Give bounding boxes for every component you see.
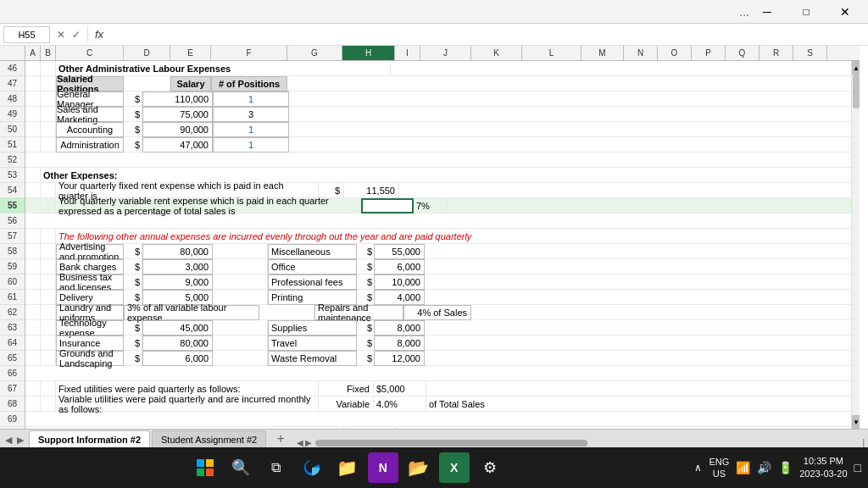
tray-arrow[interactable]: ∧ [694, 462, 702, 474]
files-icon[interactable]: 📂 [403, 452, 434, 483]
horizontal-scrollbar-thumb[interactable] [315, 440, 587, 446]
cell-f51[interactable]: 1 [213, 137, 289, 152]
col-header-p[interactable]: P [692, 46, 726, 60]
col-header-b[interactable]: B [41, 46, 56, 60]
cell-h55[interactable] [361, 198, 414, 214]
cell-f65[interactable]: 6,000 [142, 351, 213, 366]
cell-e47[interactable]: Salary [170, 76, 211, 92]
cell-d50[interactable]: $ [124, 122, 142, 137]
col-header-c[interactable]: C [56, 46, 124, 60]
grid-content[interactable]: Other Administrative Labour Expenses Sal… [25, 61, 851, 429]
tab-student-assignment[interactable]: Student Assignment #2 [152, 430, 266, 447]
cell-g68[interactable]: Variable [319, 396, 374, 412]
cell-c51[interactable]: Administration [56, 137, 124, 152]
col-header-g[interactable]: G [287, 46, 342, 60]
cell-reference-input[interactable] [3, 26, 50, 43]
cell-c49[interactable]: Sales and Marketing [56, 107, 124, 122]
cell-h63[interactable]: Supplies [268, 320, 357, 336]
cell-c58[interactable]: Advertising and promotion [56, 244, 124, 259]
cell-c68[interactable]: Variable utilities were paid quarterly a… [56, 396, 319, 412]
cell-h68[interactable]: 4.0% [374, 396, 426, 412]
cell-f58[interactable]: 80,000 [142, 244, 213, 259]
cell-h60[interactable]: Professional fees [268, 274, 357, 290]
cell-e50[interactable]: 90,000 [142, 122, 213, 137]
onenote-icon[interactable]: N [368, 452, 398, 483]
hscroll-right-btn[interactable]: ▶ [305, 438, 312, 447]
search-icon[interactable]: 🔍 [225, 452, 256, 483]
maximize-button[interactable]: □ [787, 0, 826, 24]
cell-f50[interactable]: 1 [213, 122, 289, 137]
settings-taskbar-icon[interactable]: ⚙ [475, 452, 505, 483]
cell-f59[interactable]: 3,000 [142, 259, 213, 274]
cell-f47[interactable]: # of Positions [211, 76, 287, 92]
close-button[interactable]: ✕ [826, 0, 865, 24]
excel-taskbar-icon[interactable]: X [439, 452, 470, 483]
col-header-e[interactable]: E [170, 46, 211, 60]
cell-e48[interactable]: 110,000 [142, 92, 213, 107]
windows-icon[interactable] [190, 452, 220, 483]
cell-d51[interactable]: $ [124, 137, 142, 152]
cell-h67[interactable]: $5,000 [374, 381, 426, 396]
tab-next-icon[interactable]: ▶ [15, 433, 25, 447]
cell-k63[interactable]: 8,000 [374, 320, 425, 336]
tab-prev-icon[interactable]: ◀ [3, 433, 14, 447]
cell-f60[interactable]: 9,000 [142, 274, 213, 290]
explorer-icon[interactable]: 📁 [332, 452, 363, 483]
cell-i55[interactable]: 7% [414, 198, 448, 214]
col-header-j[interactable]: J [420, 46, 471, 60]
cell-h62[interactable]: Repairs and maintenance [314, 305, 403, 320]
col-header-h[interactable]: H [342, 46, 395, 60]
cell-k60[interactable]: 10,000 [374, 274, 425, 290]
notifications-icon[interactable]: □ [854, 461, 861, 474]
cell-k64[interactable]: 8,000 [374, 336, 425, 351]
vertical-scrollbar[interactable]: ▲ ▼ [851, 61, 860, 429]
cell-k65[interactable]: 12,000 [374, 351, 425, 366]
cell-f64[interactable]: 80,000 [142, 336, 213, 351]
col-header-a[interactable]: A [25, 46, 41, 60]
col-header-m[interactable]: M [581, 46, 624, 60]
cell-f49[interactable]: 3 [213, 107, 289, 122]
minimize-button[interactable]: ─ [748, 0, 787, 24]
cell-j62[interactable]: 4% of Sales [403, 305, 471, 320]
tab-add-button[interactable]: + [271, 430, 290, 447]
cell-c57[interactable]: The following other annual expenses are … [56, 229, 851, 244]
cell-c50[interactable]: Accounting [56, 122, 124, 137]
hscroll-left-btn[interactable]: ◀ [297, 438, 303, 447]
tab-support-information[interactable]: Support Information #2 [29, 430, 150, 447]
cell-c60[interactable]: Business tax and licenses [56, 274, 124, 290]
formula-cancel-icon[interactable]: ✕ [57, 29, 65, 41]
taskview-icon[interactable]: ⧉ [261, 452, 292, 483]
cell-e51[interactable]: 47,000 [142, 137, 213, 152]
cell-d48[interactable]: $ [124, 92, 142, 107]
cell-k59[interactable]: 6,000 [374, 259, 425, 274]
cell-c55[interactable]: Your quarterly variable rent expense whi… [56, 198, 361, 214]
col-header-s[interactable]: S [793, 46, 827, 60]
clock[interactable]: 10:35 PM 2023-03-20 [799, 455, 847, 481]
formula-input[interactable] [110, 26, 865, 43]
col-header-r[interactable]: R [760, 46, 793, 60]
col-header-q[interactable]: Q [726, 46, 760, 60]
language-indicator[interactable]: ENGUS [709, 456, 729, 480]
cell-h58[interactable]: Miscellaneous [268, 244, 357, 259]
cell-d49[interactable]: $ [124, 107, 142, 122]
formula-confirm-icon[interactable]: ✓ [72, 29, 81, 41]
col-header-n[interactable]: N [624, 46, 658, 60]
cell-h65[interactable]: Waste Removal [268, 351, 357, 366]
cell-e49[interactable]: 75,000 [142, 107, 213, 122]
col-header-k[interactable]: K [471, 46, 522, 60]
cell-f48[interactable]: 1 [213, 92, 289, 107]
cell-h64[interactable]: Travel [268, 336, 357, 351]
edge-icon[interactable] [297, 452, 327, 483]
cell-g67[interactable]: Fixed [319, 381, 374, 396]
volume-icon[interactable]: 🔊 [757, 461, 771, 474]
col-header-d[interactable]: D [124, 46, 170, 60]
cell-h59[interactable]: Office [268, 259, 357, 274]
cell-c63[interactable]: Technology expense [56, 320, 124, 336]
cell-k58[interactable]: 55,000 [374, 244, 425, 259]
cell-d62[interactable]: 3% of all variable labour expense [124, 305, 259, 320]
col-header-o[interactable]: O [658, 46, 692, 60]
dots-menu[interactable]: ... [739, 5, 749, 19]
cell-i68[interactable]: of Total Sales [426, 396, 511, 412]
col-header-l[interactable]: L [522, 46, 581, 60]
cell-f63[interactable]: 45,000 [142, 320, 213, 336]
